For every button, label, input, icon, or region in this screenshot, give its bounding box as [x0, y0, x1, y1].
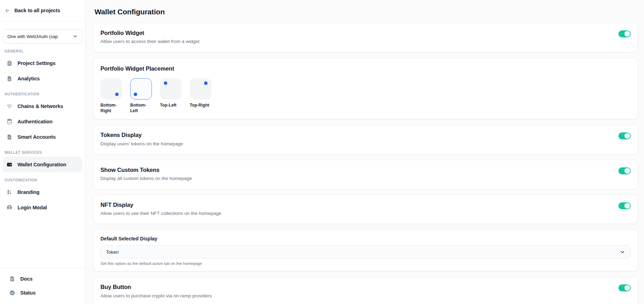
sidebar-item-analytics[interactable]: Analytics: [3, 71, 82, 86]
card-default-selected-display: Default Selected Display Token Set this …: [93, 229, 638, 272]
placement-option-bottom-left[interactable]: Bottom-Left: [130, 78, 152, 114]
sidebar-item-label: Status: [20, 290, 36, 296]
placement-preview: [160, 78, 182, 100]
card-text: Portfolio Widget Allow users to access t…: [100, 29, 200, 45]
card-text: Buy Button Allow users to purchase crypt…: [100, 283, 212, 299]
card-title: Buy Button: [100, 283, 212, 291]
wifi-icon: [6, 103, 13, 109]
main-content: Wallet Configuration Portfolio Widget Al…: [85, 0, 644, 304]
sidebar-item-label: Wallet Configuration: [18, 162, 66, 167]
toggle-knob: [624, 203, 630, 209]
buy-button-toggle[interactable]: [618, 284, 631, 291]
placement-dot: [204, 81, 208, 85]
placement-option-top-left[interactable]: Top-Left: [160, 78, 182, 108]
card-nft-display: NFT Display Allow users to see their NFT…: [93, 195, 638, 224]
clipboard-icon: [6, 60, 13, 66]
card-tokens-display: Tokens Display Display users' tokens on …: [93, 125, 638, 154]
section-label-wallet-services: WALLET SERVICES: [0, 145, 85, 157]
card-portfolio-widget: Portfolio Widget Allow users to access t…: [93, 23, 638, 52]
chevron-down-icon: [73, 34, 78, 39]
card-buy-button: Buy Button Allow users to purchase crypt…: [93, 277, 638, 304]
chevron-down-icon: [620, 249, 625, 255]
sidebar-item-status[interactable]: Status: [6, 286, 79, 300]
sidebar-item-login-modal[interactable]: Login Modal: [3, 200, 82, 215]
card-text: Show Custom Tokens Display all custom to…: [100, 166, 192, 182]
tokens-display-toggle[interactable]: [618, 132, 631, 139]
sidebar-item-authentication[interactable]: Authentication: [3, 114, 82, 129]
page-title: Wallet Configuration: [94, 8, 638, 16]
toggle-knob: [624, 168, 630, 174]
section-label-general: GENERAL: [0, 43, 85, 56]
show-custom-tokens-toggle[interactable]: [618, 167, 631, 174]
portfolio-widget-toggle[interactable]: [618, 30, 631, 37]
card-title: Portfolio Widget: [100, 29, 200, 37]
sidebar-item-label: Analytics: [18, 76, 40, 81]
placement-dot: [134, 93, 137, 96]
card-title: Tokens Display: [100, 131, 183, 139]
card-subtitle: Allow users to purchase crypto via on-ra…: [100, 293, 212, 299]
card-subtitle: Display users' tokens on the homepage: [100, 141, 183, 147]
placement-preview: [190, 78, 211, 100]
app-window: Back to all projects One with Web3Auth (…: [0, 0, 644, 304]
card-title: Portfolio Widget Placement: [100, 65, 631, 72]
sidebar-item-label: Smart Accounts: [18, 134, 56, 140]
sidebar-item-docs[interactable]: Docs: [6, 272, 79, 286]
placement-option-top-right[interactable]: Top-Right: [190, 78, 211, 108]
card-title: NFT Display: [100, 201, 221, 209]
card-subtitle: Display all custom tokens on the homepag…: [100, 175, 192, 182]
card-text: Tokens Display Display users' tokens on …: [100, 131, 183, 147]
sidebar-item-label: Docs: [20, 276, 33, 282]
placement-label: Top-Right: [190, 103, 211, 108]
placement-label: Bottom-Left: [130, 103, 152, 114]
select-hint: Set this option as the default active ta…: [100, 261, 631, 266]
select-value: Token: [106, 249, 119, 255]
placement-preview: [130, 78, 152, 100]
card-subtitle: Allow users to access their wallet from …: [100, 38, 200, 45]
sidebar-item-smart-accounts[interactable]: Smart Accounts: [3, 129, 82, 145]
section-label-authentication: AUTHENTICATION: [0, 86, 85, 99]
status-check-icon: [9, 290, 15, 296]
card-title: Show Custom Tokens: [100, 166, 192, 174]
placement-options: Bottom-Right Bottom-Left Top-Left Top-Ri…: [100, 78, 631, 114]
sidebar-item-wallet-configuration[interactable]: Wallet Configuration: [3, 157, 82, 172]
project-selector-value: One with Web3Auth (sap: [7, 34, 70, 39]
card-subtitle: Allow users to see their NFT collections…: [100, 210, 221, 217]
select-label: Default Selected Display: [100, 236, 631, 241]
database-icon: [6, 118, 13, 125]
sidebar-item-branding[interactable]: Branding: [3, 184, 82, 200]
back-label: Back to all projects: [14, 8, 60, 13]
toggle-knob: [624, 133, 630, 139]
sidebar-item-label: Chains & Networks: [18, 103, 63, 109]
sidebar-footer: Docs Status: [0, 268, 85, 304]
toggle-knob: [624, 31, 630, 37]
brush-icon: [6, 189, 13, 195]
back-arrow-icon: [5, 8, 10, 14]
placement-label: Top-Left: [160, 103, 182, 108]
card-portfolio-widget-placement: Portfolio Widget Placement Bottom-Right …: [93, 58, 638, 120]
card-text: NFT Display Allow users to see their NFT…: [100, 201, 221, 217]
card-show-custom-tokens: Show Custom Tokens Display all custom to…: [93, 160, 638, 189]
default-display-select[interactable]: Token: [100, 245, 631, 259]
sidebar-item-label: Branding: [18, 189, 40, 195]
docs-icon: [9, 276, 15, 282]
sidebar-item-chains-networks[interactable]: Chains & Networks: [3, 99, 82, 114]
wallet-icon: [6, 161, 13, 168]
sidebar-item-project-settings[interactable]: Project Settings: [3, 56, 82, 71]
toggle-knob: [624, 285, 630, 291]
placement-option-bottom-right[interactable]: Bottom-Right: [100, 78, 122, 114]
sidebar-item-label: Login Modal: [18, 205, 47, 210]
placement-label: Bottom-Right: [100, 103, 122, 114]
placement-preview: [100, 78, 122, 100]
sidebar-item-label: Authentication: [18, 119, 52, 124]
file-icon: [6, 134, 13, 140]
placement-dot: [164, 81, 167, 85]
sidebar: Back to all projects One with Web3Auth (…: [0, 0, 85, 304]
sidebar-item-label: Project Settings: [18, 60, 56, 66]
nft-display-toggle[interactable]: [618, 202, 631, 209]
section-label-customization: CUSTOMIZATION: [0, 172, 85, 184]
back-to-projects-link[interactable]: Back to all projects: [0, 0, 85, 21]
user-icon: [6, 204, 13, 211]
analytics-icon: [6, 75, 13, 82]
project-selector-dropdown[interactable]: One with Web3Auth (sap: [3, 29, 82, 43]
placement-dot: [115, 93, 119, 96]
